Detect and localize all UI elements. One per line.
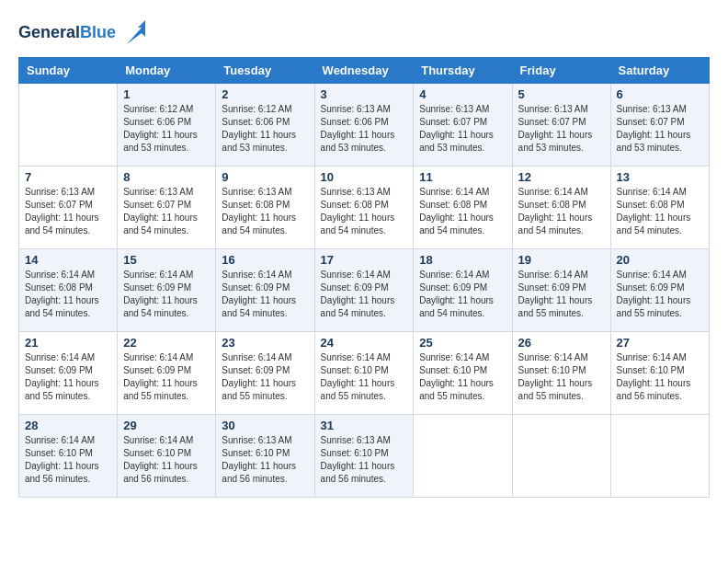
day-number: 29 bbox=[123, 419, 210, 432]
day-info: Sunrise: 6:13 AM Sunset: 6:07 PM Dayligh… bbox=[617, 103, 703, 155]
weekday-header: Sunday bbox=[19, 58, 118, 84]
calendar-cell: 20Sunrise: 6:14 AM Sunset: 6:09 PM Dayli… bbox=[610, 249, 709, 332]
day-info: Sunrise: 6:14 AM Sunset: 6:09 PM Dayligh… bbox=[123, 269, 210, 320]
day-info: Sunrise: 6:14 AM Sunset: 6:10 PM Dayligh… bbox=[617, 351, 703, 403]
day-info: Sunrise: 6:13 AM Sunset: 6:07 PM Dayligh… bbox=[25, 186, 111, 237]
calendar-week-row: 28Sunrise: 6:14 AM Sunset: 6:10 PM Dayli… bbox=[19, 415, 710, 498]
day-number: 31 bbox=[321, 419, 408, 432]
day-info: Sunrise: 6:13 AM Sunset: 6:10 PM Dayligh… bbox=[222, 434, 308, 486]
logo-general: General bbox=[18, 23, 80, 41]
day-number: 17 bbox=[321, 253, 408, 267]
weekday-header: Saturday bbox=[610, 58, 709, 84]
day-number: 24 bbox=[321, 336, 408, 350]
day-info: Sunrise: 6:14 AM Sunset: 6:09 PM Dayligh… bbox=[222, 351, 308, 403]
day-number: 14 bbox=[25, 253, 111, 267]
day-info: Sunrise: 6:13 AM Sunset: 6:08 PM Dayligh… bbox=[321, 186, 408, 237]
day-number: 7 bbox=[25, 170, 111, 184]
calendar-table: SundayMondayTuesdayWednesdayThursdayFrid… bbox=[18, 57, 710, 498]
calendar-cell: 23Sunrise: 6:14 AM Sunset: 6:09 PM Dayli… bbox=[216, 332, 314, 415]
day-info: Sunrise: 6:14 AM Sunset: 6:08 PM Dayligh… bbox=[419, 186, 506, 237]
calendar-week-row: 21Sunrise: 6:14 AM Sunset: 6:09 PM Dayli… bbox=[19, 332, 710, 415]
calendar-cell: 14Sunrise: 6:14 AM Sunset: 6:08 PM Dayli… bbox=[19, 249, 118, 332]
day-info: Sunrise: 6:14 AM Sunset: 6:10 PM Dayligh… bbox=[25, 434, 111, 486]
day-info: Sunrise: 6:14 AM Sunset: 6:09 PM Dayligh… bbox=[25, 351, 111, 403]
calendar-cell: 15Sunrise: 6:14 AM Sunset: 6:09 PM Dayli… bbox=[118, 249, 216, 332]
day-info: Sunrise: 6:14 AM Sunset: 6:10 PM Dayligh… bbox=[419, 351, 506, 403]
day-number: 10 bbox=[321, 170, 408, 184]
day-number: 16 bbox=[222, 253, 308, 267]
day-info: Sunrise: 6:14 AM Sunset: 6:09 PM Dayligh… bbox=[419, 269, 506, 320]
day-info: Sunrise: 6:13 AM Sunset: 6:07 PM Dayligh… bbox=[123, 186, 210, 237]
day-info: Sunrise: 6:14 AM Sunset: 6:09 PM Dayligh… bbox=[321, 269, 408, 320]
calendar-cell: 6Sunrise: 6:13 AM Sunset: 6:07 PM Daylig… bbox=[610, 84, 709, 167]
calendar-cell: 10Sunrise: 6:13 AM Sunset: 6:08 PM Dayli… bbox=[314, 167, 414, 249]
day-info: Sunrise: 6:14 AM Sunset: 6:10 PM Dayligh… bbox=[123, 434, 210, 486]
calendar-cell: 16Sunrise: 6:14 AM Sunset: 6:09 PM Dayli… bbox=[216, 249, 314, 332]
calendar-cell: 26Sunrise: 6:14 AM Sunset: 6:10 PM Dayli… bbox=[512, 332, 610, 415]
day-number: 13 bbox=[617, 170, 703, 184]
day-info: Sunrise: 6:14 AM Sunset: 6:10 PM Dayligh… bbox=[321, 351, 408, 403]
calendar-cell bbox=[512, 415, 610, 498]
calendar-cell: 18Sunrise: 6:14 AM Sunset: 6:09 PM Dayli… bbox=[414, 249, 512, 332]
calendar-body: 1Sunrise: 6:12 AM Sunset: 6:06 PM Daylig… bbox=[19, 84, 710, 498]
calendar-cell: 4Sunrise: 6:13 AM Sunset: 6:07 PM Daylig… bbox=[414, 84, 512, 167]
logo-text: GeneralBlue bbox=[18, 23, 116, 43]
day-number: 5 bbox=[518, 87, 605, 101]
day-number: 21 bbox=[25, 336, 111, 350]
page-header: GeneralBlue bbox=[18, 18, 710, 48]
day-number: 15 bbox=[123, 253, 210, 267]
calendar-cell: 31Sunrise: 6:13 AM Sunset: 6:10 PM Dayli… bbox=[314, 415, 414, 498]
calendar-cell: 13Sunrise: 6:14 AM Sunset: 6:08 PM Dayli… bbox=[610, 167, 709, 249]
day-info: Sunrise: 6:14 AM Sunset: 6:08 PM Dayligh… bbox=[518, 186, 605, 237]
logo: GeneralBlue bbox=[18, 18, 149, 48]
calendar-cell bbox=[610, 415, 709, 498]
day-info: Sunrise: 6:14 AM Sunset: 6:09 PM Dayligh… bbox=[222, 269, 308, 320]
weekday-header: Thursday bbox=[414, 58, 512, 84]
day-number: 11 bbox=[419, 170, 506, 184]
calendar-cell: 11Sunrise: 6:14 AM Sunset: 6:08 PM Dayli… bbox=[414, 167, 512, 249]
calendar-week-row: 1Sunrise: 6:12 AM Sunset: 6:06 PM Daylig… bbox=[19, 84, 710, 167]
calendar-cell: 9Sunrise: 6:13 AM Sunset: 6:08 PM Daylig… bbox=[216, 167, 314, 249]
calendar-cell: 22Sunrise: 6:14 AM Sunset: 6:09 PM Dayli… bbox=[118, 332, 216, 415]
day-info: Sunrise: 6:14 AM Sunset: 6:08 PM Dayligh… bbox=[617, 186, 703, 237]
calendar-cell bbox=[19, 84, 118, 167]
calendar-cell: 3Sunrise: 6:13 AM Sunset: 6:06 PM Daylig… bbox=[314, 84, 414, 167]
day-number: 9 bbox=[222, 170, 308, 184]
weekday-header: Friday bbox=[512, 58, 610, 84]
day-info: Sunrise: 6:12 AM Sunset: 6:06 PM Dayligh… bbox=[123, 103, 210, 155]
weekday-header: Wednesday bbox=[314, 58, 414, 84]
day-number: 18 bbox=[419, 253, 506, 267]
day-info: Sunrise: 6:14 AM Sunset: 6:08 PM Dayligh… bbox=[25, 269, 111, 320]
calendar-cell: 25Sunrise: 6:14 AM Sunset: 6:10 PM Dayli… bbox=[414, 332, 512, 415]
calendar-cell: 5Sunrise: 6:13 AM Sunset: 6:07 PM Daylig… bbox=[512, 84, 610, 167]
calendar-cell: 24Sunrise: 6:14 AM Sunset: 6:10 PM Dayli… bbox=[314, 332, 414, 415]
svg-marker-0 bbox=[127, 20, 145, 44]
header-row: SundayMondayTuesdayWednesdayThursdayFrid… bbox=[19, 58, 710, 84]
day-number: 1 bbox=[123, 87, 210, 101]
calendar-cell: 19Sunrise: 6:14 AM Sunset: 6:09 PM Dayli… bbox=[512, 249, 610, 332]
calendar-cell: 8Sunrise: 6:13 AM Sunset: 6:07 PM Daylig… bbox=[118, 167, 216, 249]
calendar-cell: 1Sunrise: 6:12 AM Sunset: 6:06 PM Daylig… bbox=[118, 84, 216, 167]
day-number: 28 bbox=[25, 419, 111, 432]
logo-blue: Blue bbox=[80, 23, 116, 41]
day-info: Sunrise: 6:13 AM Sunset: 6:06 PM Dayligh… bbox=[321, 103, 408, 155]
logo-icon bbox=[119, 18, 149, 48]
day-number: 12 bbox=[518, 170, 605, 184]
calendar-header: SundayMondayTuesdayWednesdayThursdayFrid… bbox=[19, 58, 710, 84]
calendar-week-row: 7Sunrise: 6:13 AM Sunset: 6:07 PM Daylig… bbox=[19, 167, 710, 249]
day-number: 23 bbox=[222, 336, 308, 350]
day-info: Sunrise: 6:12 AM Sunset: 6:06 PM Dayligh… bbox=[222, 103, 308, 155]
day-number: 6 bbox=[617, 87, 703, 101]
day-info: Sunrise: 6:14 AM Sunset: 6:09 PM Dayligh… bbox=[518, 269, 605, 320]
day-number: 3 bbox=[321, 87, 408, 101]
day-number: 19 bbox=[518, 253, 605, 267]
day-number: 22 bbox=[123, 336, 210, 350]
day-info: Sunrise: 6:14 AM Sunset: 6:09 PM Dayligh… bbox=[123, 351, 210, 403]
calendar-cell: 12Sunrise: 6:14 AM Sunset: 6:08 PM Dayli… bbox=[512, 167, 610, 249]
calendar-cell: 27Sunrise: 6:14 AM Sunset: 6:10 PM Dayli… bbox=[610, 332, 709, 415]
weekday-header: Tuesday bbox=[216, 58, 314, 84]
calendar-cell: 2Sunrise: 6:12 AM Sunset: 6:06 PM Daylig… bbox=[216, 84, 314, 167]
calendar-cell: 30Sunrise: 6:13 AM Sunset: 6:10 PM Dayli… bbox=[216, 415, 314, 498]
day-number: 4 bbox=[419, 87, 506, 101]
weekday-header: Monday bbox=[118, 58, 216, 84]
